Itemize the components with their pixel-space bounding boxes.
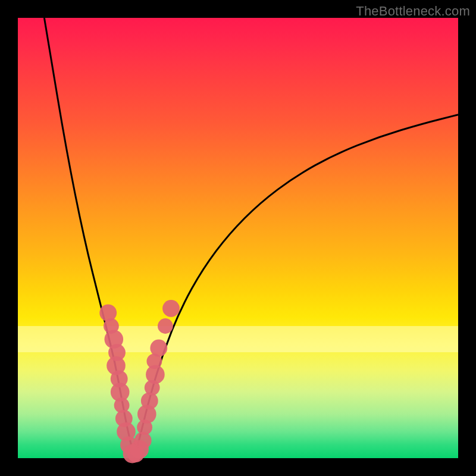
data-marker: [162, 300, 180, 317]
markers-group: [99, 300, 180, 463]
plot-area: [18, 18, 458, 458]
data-marker: [150, 340, 167, 357]
curve-layer: [18, 18, 458, 458]
watermark-text: TheBottleneck.com: [356, 4, 470, 19]
data-marker: [99, 304, 117, 321]
chart-frame: TheBottleneck.com: [0, 0, 476, 476]
data-marker: [158, 318, 173, 334]
bottleneck-curve-path: [44, 18, 458, 452]
